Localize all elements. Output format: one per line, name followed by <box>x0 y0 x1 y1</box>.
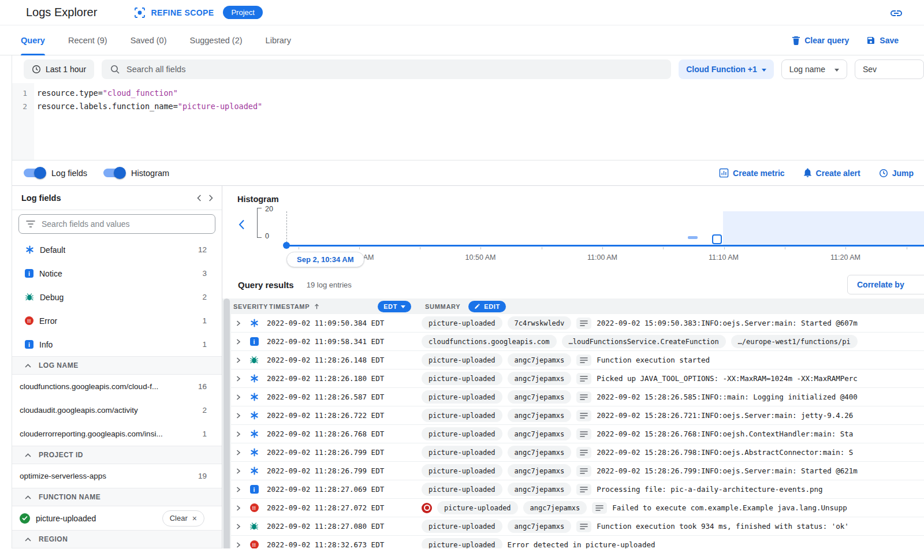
summary-chip[interactable]: picture-uploaded <box>437 501 518 514</box>
severity-filter-dropdown[interactable]: Sev <box>855 59 924 79</box>
summary-chip[interactable]: angc7jepamxs <box>508 483 572 496</box>
log-row[interactable]: 2022-09-02 11:28:26.587 EDTpicture-uploa… <box>231 388 924 406</box>
log-row[interactable]: i2022-09-02 11:09:58.341 EDTcloudfunctio… <box>231 333 924 351</box>
tab-suggested[interactable]: Suggested (2) <box>190 25 243 55</box>
scope-badge[interactable]: Project <box>223 6 262 19</box>
field-value[interactable]: clouderrorreporting.googleapis.com/insi.… <box>12 422 222 446</box>
summary-chip[interactable]: angc7jepamxs <box>508 427 572 440</box>
summary-chip[interactable]: picture-uploaded <box>422 372 502 385</box>
fields-search-input[interactable] <box>42 219 208 229</box>
tab-query[interactable]: Query <box>21 25 45 55</box>
expand-chevron-icon[interactable] <box>231 487 245 492</box>
refine-scope-button[interactable]: REFINE SCOPE <box>134 7 214 18</box>
log-row[interactable]: 2022-09-02 11:09:50.384 EDTpicture-uploa… <box>231 314 924 333</box>
create-alert-button[interactable]: Create alert <box>803 168 860 178</box>
time-range-button[interactable]: Last 1 hour <box>24 59 94 79</box>
summary-chip[interactable]: picture-uploaded <box>422 464 502 477</box>
expand-chevron-icon[interactable] <box>231 468 245 474</box>
summary-chip[interactable]: angc7jepamxs <box>508 372 572 385</box>
tab-recent[interactable]: Recent (9) <box>68 25 107 55</box>
time-marker-dot[interactable] <box>283 242 290 249</box>
expand-chevron-icon[interactable] <box>231 394 245 400</box>
log-row[interactable]: 2022-09-02 11:28:26.768 EDTpicture-uploa… <box>231 425 924 443</box>
log-row[interactable]: 2022-09-02 11:28:26.180 EDTpicture-uploa… <box>231 369 924 388</box>
field-value-selected[interactable]: picture-uploadedClear× <box>12 506 222 530</box>
sort-ascending-icon[interactable] <box>314 303 320 310</box>
log-row[interactable]: 2022-09-02 11:28:27.080 EDTpicture-uploa… <box>231 517 924 536</box>
field-section-log-name[interactable]: LOG NAME <box>12 356 222 375</box>
summary-chip[interactable]: picture-uploaded <box>422 353 502 367</box>
save-button[interactable]: Save <box>866 36 899 45</box>
jump-to-time-button[interactable]: Jump <box>879 169 914 178</box>
clear-query-button[interactable]: Clear query <box>792 35 849 45</box>
search-input[interactable] <box>126 65 663 74</box>
summary-chip[interactable]: angc7jepamxs <box>508 390 572 404</box>
summary-chip[interactable]: picture-uploaded <box>422 483 502 496</box>
expand-chevron-icon[interactable] <box>231 505 245 511</box>
summary-chip[interactable]: picture-uploaded <box>422 390 502 404</box>
expand-chevron-icon[interactable] <box>231 376 245 382</box>
share-link-icon[interactable] <box>889 6 903 20</box>
expand-chevron-icon[interactable] <box>231 339 245 345</box>
timezone-chip[interactable]: EDT <box>378 301 411 312</box>
summary-chip[interactable]: angc7jepamxs <box>508 520 572 533</box>
log-row[interactable]: 2022-09-02 11:28:26.799 EDTpicture-uploa… <box>231 443 924 462</box>
tab-library[interactable]: Library <box>266 25 291 55</box>
expand-chevron-icon[interactable] <box>231 524 245 529</box>
time-marker-label[interactable]: Sep 2, 10:34 AM <box>286 252 364 267</box>
results-scrollbar[interactable] <box>222 298 231 560</box>
field-value[interactable]: optimize-serverless-apps19 <box>12 464 222 488</box>
summary-chip[interactable]: picture-uploaded <box>422 427 502 440</box>
log-fields-toggle[interactable] <box>24 169 45 177</box>
summary-chip[interactable]: angc7jepamxs <box>523 501 587 514</box>
log-field-severity-debug[interactable]: Debug2 <box>12 285 222 309</box>
histogram-toggle[interactable] <box>103 169 125 177</box>
expand-chevron-icon[interactable] <box>231 413 245 419</box>
tab-saved[interactable]: Saved (0) <box>131 25 167 55</box>
field-section-region[interactable]: REGION <box>12 530 222 548</box>
selection-drag-handle[interactable] <box>712 234 722 244</box>
field-value[interactable]: cloudaudit.googleapis.com/activity2 <box>12 398 222 422</box>
log-row[interactable]: i2022-09-02 11:28:27.069 EDTpicture-uplo… <box>231 480 924 499</box>
log-field-severity-default[interactable]: Default12 <box>12 238 222 262</box>
expand-chevron-icon[interactable] <box>231 357 245 363</box>
summary-chip[interactable]: picture-uploaded <box>422 520 502 533</box>
summary-chip[interactable]: angc7jepamxs <box>508 409 572 422</box>
expand-chevron-icon[interactable] <box>231 320 245 326</box>
summary-chip[interactable]: angc7jepamxs <box>508 464 572 477</box>
log-field-severity-notice[interactable]: iNotice3 <box>12 262 222 285</box>
log-field-severity-info[interactable]: iInfo1 <box>12 333 222 356</box>
field-value[interactable]: cloudfunctions.googleapis.com/cloud-f...… <box>12 375 222 398</box>
query-editor-code[interactable]: resource.type="cloud_function" resource.… <box>34 83 924 160</box>
summary-chip[interactable]: …loudFunctionsService.CreateFunction <box>562 335 726 348</box>
clear-filter-button[interactable]: Clear× <box>162 510 204 527</box>
summary-chip[interactable]: picture-uploaded <box>422 409 502 422</box>
log-row[interactable]: 2022-09-02 11:28:26.722 EDTpicture-uploa… <box>231 406 924 425</box>
expand-chevron-icon[interactable] <box>231 450 245 456</box>
summary-chip[interactable]: cloudfunctions.googleapis.com <box>422 335 557 348</box>
log-field-severity-error[interactable]: !!Error1 <box>12 309 222 333</box>
chevron-left-icon[interactable] <box>197 195 202 201</box>
summary-chip[interactable]: picture-uploaded <box>422 446 502 459</box>
expand-chevron-icon[interactable] <box>231 431 245 437</box>
correlate-by-button[interactable]: Correlate by <box>847 275 924 294</box>
summary-chip[interactable]: picture-uploaded <box>422 316 502 330</box>
edit-summary-chip[interactable]: EDIT <box>468 301 505 312</box>
summary-chip[interactable]: 7c4rwskwledv <box>508 316 572 330</box>
chevron-right-icon[interactable] <box>208 195 213 201</box>
field-section-project-id[interactable]: PROJECT ID <box>12 446 222 464</box>
column-timestamp[interactable]: TIMESTAMP <box>269 303 310 310</box>
fields-search-box[interactable] <box>18 214 215 234</box>
summary-chip[interactable]: …/europe-west1/functions/pi <box>731 335 858 348</box>
search-all-fields[interactable] <box>102 59 671 79</box>
summary-chip[interactable]: angc7jepamxs <box>508 353 572 367</box>
log-name-filter-dropdown[interactable]: Log name <box>781 59 847 79</box>
log-row[interactable]: 2022-09-02 11:28:26.148 EDTpicture-uploa… <box>231 351 924 369</box>
create-metric-button[interactable]: Create metric <box>719 168 785 178</box>
summary-chip[interactable]: angc7jepamxs <box>508 446 572 459</box>
field-section-function-name[interactable]: FUNCTION NAME <box>12 488 222 506</box>
log-row[interactable]: 2022-09-02 11:28:26.799 EDTpicture-uploa… <box>231 462 924 480</box>
histogram-selection-region[interactable] <box>723 211 924 245</box>
expand-chevron-icon[interactable] <box>231 542 245 548</box>
resource-filter-dropdown[interactable]: Cloud Function +1 <box>679 59 774 79</box>
